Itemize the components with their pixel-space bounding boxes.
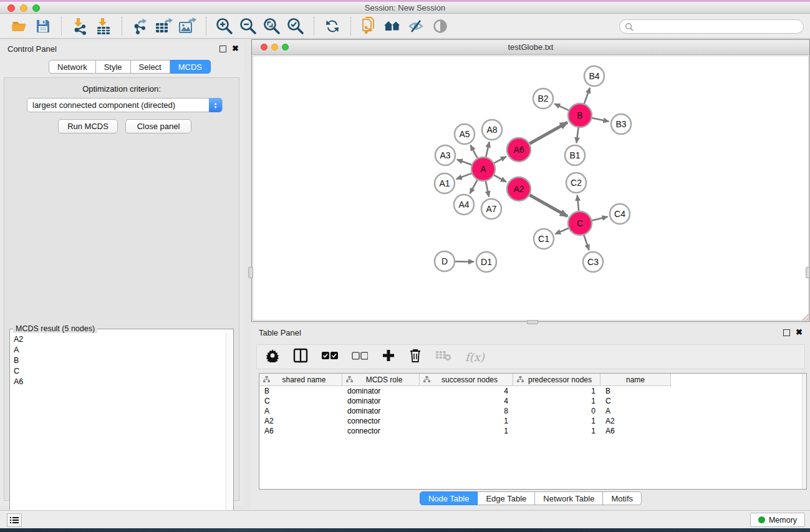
- node-table[interactable]: shared nameMCDS rolesuccessor nodesprede…: [259, 373, 807, 490]
- run-mcds-button[interactable]: Run MCDS: [58, 119, 118, 133]
- node-A4[interactable]: A4: [454, 195, 474, 215]
- node-B4[interactable]: B4: [584, 66, 604, 86]
- search-input[interactable]: [634, 21, 803, 32]
- minimize-window-button[interactable]: [20, 4, 27, 12]
- edge-A6-B[interactable]: [529, 122, 567, 143]
- edge-A-A6[interactable]: [494, 157, 506, 163]
- first-neighbors-icon[interactable]: [381, 16, 405, 36]
- table-cell[interactable]: 1: [513, 387, 600, 395]
- clear-all-checkboxes-icon[interactable]: [352, 351, 368, 362]
- edge-A2-C[interactable]: [529, 195, 567, 216]
- edge-B-B4[interactable]: [584, 88, 591, 104]
- mcds-result-list[interactable]: A2ABCA6: [11, 334, 224, 532]
- table-cell[interactable]: 0: [513, 407, 600, 415]
- node-A2[interactable]: A2: [507, 177, 531, 201]
- result-list-item[interactable]: C: [11, 366, 224, 377]
- network-zoom-button[interactable]: [282, 44, 289, 51]
- table-cell[interactable]: A2: [600, 417, 671, 425]
- table-cell[interactable]: 1: [420, 427, 513, 435]
- result-list-item[interactable]: B: [11, 355, 224, 366]
- tab-style[interactable]: Style: [96, 60, 131, 74]
- table-cell[interactable]: C: [600, 397, 671, 405]
- zoom-in-icon[interactable]: [213, 16, 236, 36]
- table-cell[interactable]: 1: [420, 417, 513, 425]
- node-A3[interactable]: A3: [435, 145, 455, 165]
- export-network-icon[interactable]: [128, 16, 152, 36]
- edge-C-C2[interactable]: [577, 195, 579, 211]
- delete-column-icon[interactable]: [409, 348, 422, 365]
- show-graphics-details-icon[interactable]: [428, 16, 452, 36]
- table-cell[interactable]: 1: [513, 397, 600, 405]
- edge-A-A7[interactable]: [486, 181, 489, 197]
- table-scrollbar[interactable]: [802, 374, 806, 489]
- table-cell[interactable]: B: [600, 387, 671, 395]
- table-cell[interactable]: 1: [513, 427, 600, 435]
- network-minimize-button[interactable]: [271, 44, 278, 51]
- tab-network[interactable]: Network: [49, 60, 96, 74]
- table-cell[interactable]: B: [259, 387, 342, 395]
- float-panel-icon[interactable]: [219, 46, 226, 52]
- table-cell[interactable]: A: [259, 407, 342, 415]
- resize-handle-icon[interactable]: [801, 312, 809, 321]
- node-C3[interactable]: C3: [583, 252, 603, 272]
- table-cell[interactable]: A6: [600, 427, 671, 435]
- edge-C-C4[interactable]: [591, 217, 607, 221]
- table-cell[interactable]: 8: [420, 407, 513, 415]
- result-list-item[interactable]: A: [11, 345, 224, 355]
- node-A7[interactable]: A7: [481, 199, 501, 219]
- network-graph[interactable]: B4B2BB3A5A8A6A3B1AA1C2A2A4A7CC4C1C3DD1: [253, 56, 809, 321]
- node-C[interactable]: C: [568, 211, 592, 235]
- right-splitter-handle[interactable]: [806, 267, 810, 278]
- zoom-window-button[interactable]: [32, 4, 40, 12]
- open-session-icon[interactable]: [7, 16, 31, 36]
- close-panel-icon[interactable]: ✖: [232, 44, 239, 53]
- edge-C-C3[interactable]: [584, 235, 589, 250]
- table-cell[interactable]: dominator: [342, 387, 420, 395]
- bottom-splitter-handle[interactable]: [527, 320, 538, 324]
- edge-A-A8[interactable]: [486, 142, 489, 158]
- column-header-successor-nodes[interactable]: successor nodes: [420, 374, 513, 386]
- node-B3[interactable]: B3: [611, 114, 631, 134]
- result-scrollbar[interactable]: [226, 333, 233, 532]
- tab-network-table[interactable]: Network Table: [535, 491, 603, 505]
- export-table-icon[interactable]: [152, 16, 176, 36]
- table-cell[interactable]: connector: [342, 417, 420, 425]
- save-session-icon[interactable]: [31, 16, 55, 36]
- close-panel-button[interactable]: Close panel: [125, 119, 191, 133]
- zoom-out-icon[interactable]: [236, 16, 260, 36]
- edge-A-A1[interactable]: [456, 173, 472, 179]
- column-header-name[interactable]: name: [600, 374, 671, 386]
- tab-edge-table[interactable]: Edge Table: [478, 491, 535, 505]
- export-image-icon[interactable]: [176, 16, 200, 36]
- settings-gear-icon[interactable]: [266, 349, 279, 365]
- node-B2[interactable]: B2: [533, 89, 553, 109]
- column-visibility-icon[interactable]: [293, 348, 308, 365]
- node-D[interactable]: D: [435, 251, 455, 271]
- node-B[interactable]: B: [568, 104, 592, 127]
- node-A8[interactable]: A8: [482, 120, 502, 140]
- task-history-button[interactable]: [7, 513, 22, 527]
- close-window-button[interactable]: [7, 4, 15, 12]
- result-list-item[interactable]: A2: [11, 334, 224, 345]
- float-panel-icon[interactable]: [783, 329, 790, 336]
- column-header-shared-name[interactable]: shared name: [259, 374, 342, 386]
- table-cell[interactable]: dominator: [342, 407, 420, 415]
- table-cell[interactable]: dominator: [342, 397, 420, 405]
- column-header-predecessor-nodes[interactable]: predecessor nodes: [513, 374, 600, 386]
- table-cell[interactable]: A2: [259, 417, 342, 425]
- zoom-fit-icon[interactable]: [260, 16, 284, 36]
- edge-A-A5[interactable]: [470, 145, 478, 159]
- new-network-from-selection-icon[interactable]: [357, 16, 381, 36]
- node-C2[interactable]: C2: [566, 173, 586, 193]
- table-cell[interactable]: 1: [513, 417, 600, 425]
- node-A6[interactable]: A6: [507, 138, 531, 162]
- import-network-icon[interactable]: [68, 16, 92, 36]
- select-all-checkboxes-icon[interactable]: [322, 351, 338, 362]
- node-D1[interactable]: D1: [476, 252, 496, 272]
- tab-mcds[interactable]: MCDS: [170, 60, 211, 74]
- table-cell[interactable]: A6: [259, 427, 342, 435]
- search-box[interactable]: [619, 19, 804, 34]
- edge-A-A4[interactable]: [470, 180, 478, 194]
- import-table-icon[interactable]: [92, 16, 115, 36]
- table-row[interactable]: A2connector11A2: [259, 416, 806, 426]
